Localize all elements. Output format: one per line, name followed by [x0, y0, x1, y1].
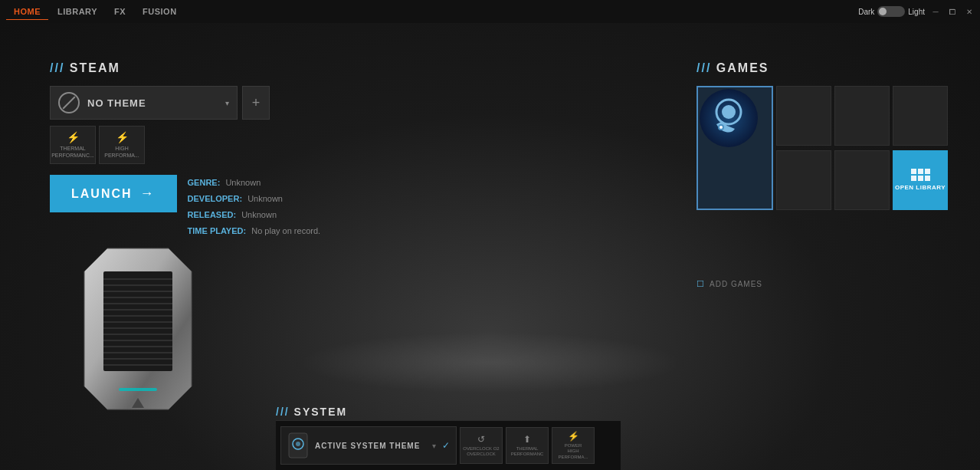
system-title-text: SYSTEM: [294, 406, 348, 418]
tower-svg: [61, 241, 215, 417]
launch-button[interactable]: LAUNCH →: [50, 175, 177, 212]
steam-logo: [698, 87, 759, 149]
system-slashes: ///: [276, 406, 290, 418]
sys-perf-overclock[interactable]: ↺ OVERCLOCK O2OVERCLOCK: [460, 427, 503, 464]
nav-home[interactable]: HOME: [6, 4, 48, 20]
title-bar: HOME LIBRARY FX FUSION Dark Light ─ ⧠ ✕: [0, 0, 980, 23]
nav-bar: HOME LIBRARY FX FUSION: [6, 4, 185, 20]
developer-label: DEVELOPER:: [188, 194, 243, 203]
svg-point-23: [719, 126, 723, 129]
games-section: /// GAMES: [696, 61, 957, 285]
released-row: RELEASED: Unknown: [188, 207, 321, 223]
genre-row: GENRE: Unknown: [188, 175, 321, 191]
game-tile-1[interactable]: [776, 86, 831, 146]
svg-point-21: [722, 105, 736, 119]
no-theme-label: NO THEME: [87, 97, 195, 109]
active-theme-button[interactable]: ACTIVE SYSTEM THEME ▾ ✓: [280, 426, 457, 465]
theme-row: NO THEME ▾ +: [50, 86, 341, 120]
main-content: /// STEAM NO THEME ▾ + ⚡ THERMALPERFORMA…: [0, 23, 980, 470]
timeplayed-value: No play on record.: [251, 226, 320, 235]
games-title: /// GAMES: [696, 61, 957, 75]
steam-section: /// STEAM NO THEME ▾ + ⚡ THERMALPERFORMA…: [50, 61, 341, 239]
perf-row: ⚡ THERMALPERFORMANC... ⚡ High performa..…: [50, 126, 341, 164]
dark-label: Dark: [858, 8, 874, 16]
games-title-text: GAMES: [716, 61, 769, 74]
perf-thumb-power[interactable]: ⚡ High performa...: [99, 126, 145, 164]
sys-thermal-icon: ⬆: [523, 434, 531, 445]
add-games-row[interactable]: ☐ ADD GAMES: [696, 276, 949, 292]
svg-rect-1: [103, 271, 172, 371]
genre-label: GENRE:: [188, 178, 221, 187]
genre-value: Unknown: [225, 178, 261, 187]
restore-button[interactable]: ⧠: [948, 8, 957, 16]
launch-arrow-icon: →: [140, 186, 156, 202]
title-bar-right: Dark Light ─ ⧠ ✕: [858, 6, 974, 17]
active-theme-check-icon: ✓: [442, 440, 450, 451]
nav-library[interactable]: LIBRARY: [50, 4, 105, 19]
game-tile-4[interactable]: [776, 150, 831, 210]
no-theme-button[interactable]: NO THEME ▾: [50, 86, 238, 120]
sys-power-label: PowerHigh performa...: [552, 443, 594, 460]
developer-row: DEVELOPER: Unknown: [188, 191, 321, 207]
nav-fx[interactable]: FX: [107, 4, 133, 19]
light-label: Light: [908, 8, 925, 16]
add-games-icon: ☐: [696, 279, 705, 289]
headset-icon: [287, 432, 309, 459]
game-tile-2[interactable]: [834, 86, 890, 146]
svg-point-26: [296, 442, 300, 446]
developer-value: Unknown: [247, 194, 283, 203]
game-tile-3[interactable]: [893, 86, 948, 146]
thermal-label: THERMALPERFORMANC...: [51, 146, 94, 159]
steam-title: /// STEAM: [50, 61, 341, 75]
launch-area: LAUNCH → GENRE: Unknown DEVELOPER: Unkno…: [50, 175, 341, 239]
steam-game-tile[interactable]: [696, 86, 773, 210]
sys-perf-thermal[interactable]: ⬆ THERMALPERFORMANC: [506, 427, 549, 464]
theme-slider[interactable]: [877, 6, 905, 17]
window-controls: ─ ⧠ ✕: [931, 8, 974, 16]
close-button[interactable]: ✕: [965, 8, 974, 16]
system-bar: ACTIVE SYSTEM THEME ▾ ✓ ↺ OVERCLOCK O2OV…: [276, 420, 621, 470]
add-theme-button[interactable]: +: [242, 86, 270, 120]
released-value: Unknown: [241, 210, 277, 219]
perf-thumb-thermal[interactable]: ⚡ THERMALPERFORMANC...: [50, 126, 96, 164]
theme-dropdown-arrow[interactable]: ▾: [225, 99, 229, 107]
nav-fusion[interactable]: FUSION: [135, 4, 185, 19]
thermal-icon: ⚡: [67, 131, 80, 143]
game-meta: GENRE: Unknown DEVELOPER: Unknown RELEAS…: [188, 175, 321, 239]
timeplayed-label: TIME PLAYED:: [188, 226, 247, 235]
theme-toggle[interactable]: Dark Light: [858, 6, 925, 17]
game-tile-5[interactable]: [834, 150, 890, 210]
alienware-tower: [61, 241, 230, 420]
launch-label: LAUNCH: [71, 187, 133, 201]
power-label: High performa...: [100, 146, 144, 159]
open-library-tile[interactable]: OPEN LIBRARY: [893, 150, 948, 210]
sys-thermal-label: THERMALPERFORMANC: [511, 446, 544, 457]
steam-title-slashes: ///: [50, 61, 64, 74]
system-title: /// SYSTEM: [276, 406, 347, 418]
released-label: RELEASED:: [188, 210, 237, 219]
sys-perf-power[interactable]: ⚡ PowerHigh performa...: [552, 427, 595, 464]
games-slashes: ///: [696, 61, 711, 74]
games-grid: OPEN LIBRARY ☐ ADD GAMES: [696, 86, 949, 285]
overclock-label: OVERCLOCK O2OVERCLOCK: [463, 446, 499, 457]
sys-power-icon: ⚡: [568, 431, 579, 442]
power-icon: ⚡: [116, 131, 129, 143]
add-games-label: ADD GAMES: [710, 280, 762, 288]
minimize-button[interactable]: ─: [931, 8, 940, 16]
steam-title-text: STEAM: [70, 61, 120, 74]
no-theme-icon: [58, 92, 80, 113]
open-library-label: OPEN LIBRARY: [895, 184, 946, 192]
active-theme-text: ACTIVE SYSTEM THEME: [315, 442, 420, 450]
timeplayed-row: TIME PLAYED: No play on record.: [188, 223, 321, 239]
svg-rect-17: [119, 388, 157, 391]
active-theme-dropdown-arrow[interactable]: ▾: [432, 442, 436, 450]
overclock-icon: ↺: [477, 434, 485, 445]
